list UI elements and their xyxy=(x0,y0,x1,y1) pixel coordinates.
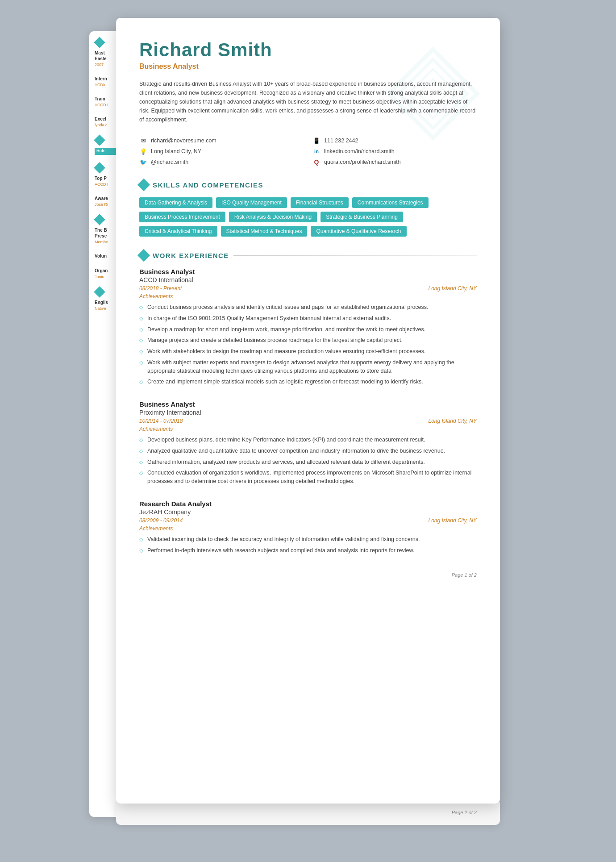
resume-job-title: Business Analyst xyxy=(139,62,477,71)
diamond-icon-5 xyxy=(94,134,105,146)
skills-diamond-icon xyxy=(137,179,150,191)
job-2-achievement-1: Developed business plans, determine Key … xyxy=(139,436,477,444)
job-1-achievement-4: Manage projects and create a detailed bu… xyxy=(139,336,477,345)
work-section-header: WORK EXPERIENCE xyxy=(139,251,477,260)
job-1-achievements-label: Achievements xyxy=(139,293,477,300)
job-1-company: ACCD International xyxy=(139,276,477,283)
phone-icon: 📱 xyxy=(312,137,320,145)
skill-tag-8: Critical & Analytical Thinking xyxy=(139,226,217,237)
contact-email: ✉ richard@novoresume.com xyxy=(139,137,304,145)
skills-grid: Data Gathering & Analysis ISO Quality Ma… xyxy=(139,197,477,237)
job-1-achievement-6: Work with subject matter experts and man… xyxy=(139,358,477,375)
work-section-line xyxy=(233,255,477,256)
skill-tag-7: Strategic & Business Planning xyxy=(320,212,403,222)
skill-tag-4: Communications Strategies xyxy=(352,197,429,208)
contact-phone: 📱 111 232 2442 xyxy=(312,137,477,145)
job-2-achievement-3: Gathered information, analyzed new produ… xyxy=(139,458,477,466)
linkedin-icon: in xyxy=(312,147,320,155)
content-wrap: Richard Smith Business Analyst Strategic… xyxy=(139,39,477,578)
resume-page-1: Richard Smith Business Analyst Strategic… xyxy=(116,18,500,804)
email-icon: ✉ xyxy=(139,137,147,145)
job-2-achievement-2: Analyzed qualitative and quantitative da… xyxy=(139,447,477,455)
job-1-achievement-3: Develop a roadmap for short and long-ter… xyxy=(139,325,477,334)
skills-section-header: SKILLS AND COMPETENCIES xyxy=(139,180,477,189)
contact-quora: Q quora.com/profile/richard.smith xyxy=(312,158,477,166)
job-1-achievement-7: Create and implement simple statistical … xyxy=(139,378,477,386)
job-2-achievements-list: Developed business plans, determine Key … xyxy=(139,436,477,486)
diamond-icon-11 xyxy=(94,286,105,297)
job-3-achievement-2: Performed in-depth interviews with resea… xyxy=(139,546,477,555)
skill-tag-10: Quantitative & Qualitative Research xyxy=(311,226,406,237)
resume-name: Richard Smith xyxy=(139,39,477,61)
contact-twitter: 🐦 @richard.smith xyxy=(139,158,304,166)
skill-tag-5: Business Process Improvement xyxy=(139,212,225,222)
skill-tag-2: ISO Quality Management xyxy=(216,197,287,208)
job-1-achievement-1: Conduct business process analysis and id… xyxy=(139,303,477,312)
contact-linkedin: in linkedin.com/in/richard.smith xyxy=(312,147,477,155)
diamond-icon-6 xyxy=(94,162,105,173)
job-3-company: JezRAH Company xyxy=(139,508,477,516)
contact-location: 💡 Long Island City, NY xyxy=(139,147,304,155)
job-1-title: Business Analyst xyxy=(139,268,477,275)
job-3-meta: 08/2009 - 09/2014 Long Island City, NY xyxy=(139,517,477,524)
job-3-dates: 08/2009 - 09/2014 xyxy=(139,517,183,524)
skill-tag-6: Risk Analysis & Decision Making xyxy=(229,212,317,222)
skills-section-line xyxy=(268,185,477,185)
job-2-achievements-label: Achievements xyxy=(139,426,477,432)
job-2-achievement-4: Conducted evaluation of organization's w… xyxy=(139,469,477,486)
job-1-achievements-list: Conduct business process analysis and id… xyxy=(139,303,477,386)
job-1: Business Analyst ACCD International 08/2… xyxy=(139,268,477,386)
job-2-location: Long Island City, NY xyxy=(429,418,477,424)
job-3: Research Data Analyst JezRAH Company 08/… xyxy=(139,500,477,555)
job-1-meta: 08/2018 - Present Long Island City, NY xyxy=(139,285,477,291)
job-2-company: Proximity International xyxy=(139,409,477,416)
job-2-title: Business Analyst xyxy=(139,400,477,408)
page-2-number: Page 2 of 2 xyxy=(452,810,477,815)
job-3-title: Research Data Analyst xyxy=(139,500,477,508)
job-1-achievement-5: Work with stakeholders to design the roa… xyxy=(139,347,477,356)
resume-summary: Strategic and results-driven Business An… xyxy=(139,79,477,124)
quora-icon: Q xyxy=(312,158,320,166)
job-2: Business Analyst Proximity International… xyxy=(139,400,477,486)
page-stack: MastEaste 2007 – Intern ACDIn Train ACCD… xyxy=(116,18,500,825)
diamond-icon-8 xyxy=(94,214,105,225)
work-diamond-icon xyxy=(137,249,150,262)
skill-tag-9: Statistical Method & Techniques xyxy=(221,226,308,237)
page-1-number: Page 1 of 2 xyxy=(139,572,477,578)
twitter-icon: 🐦 xyxy=(139,158,147,166)
location-icon: 💡 xyxy=(139,147,147,155)
job-1-location: Long Island City, NY xyxy=(429,285,477,291)
job-3-achievements-list: Validated incoming data to check the acc… xyxy=(139,535,477,555)
diamond-icon-1 xyxy=(94,37,105,48)
job-3-achievements-label: Achievements xyxy=(139,525,477,532)
job-3-achievement-1: Validated incoming data to check the acc… xyxy=(139,535,477,544)
skill-tag-3: Financial Structures xyxy=(291,197,349,208)
job-2-meta: 10/2014 - 07/2018 Long Island City, NY xyxy=(139,418,477,424)
contact-grid: ✉ richard@novoresume.com 📱 111 232 2442 … xyxy=(139,137,477,166)
job-2-dates: 10/2014 - 07/2018 xyxy=(139,418,183,424)
work-section-title: WORK EXPERIENCE xyxy=(153,252,229,259)
job-1-dates: 08/2018 - Present xyxy=(139,285,182,291)
skills-section-title: SKILLS AND COMPETENCIES xyxy=(153,181,263,189)
skill-tag-1: Data Gathering & Analysis xyxy=(139,197,212,208)
job-1-achievement-2: In charge of the ISO 9001:2015 Quality M… xyxy=(139,314,477,323)
job-3-location: Long Island City, NY xyxy=(429,517,477,524)
